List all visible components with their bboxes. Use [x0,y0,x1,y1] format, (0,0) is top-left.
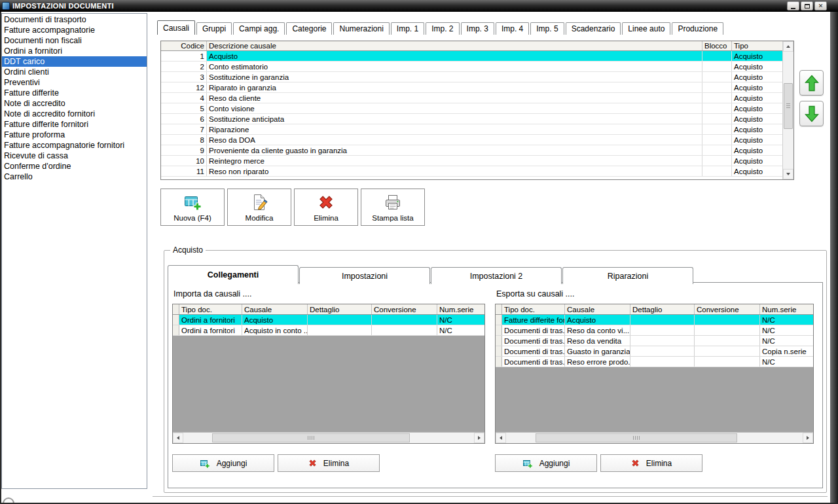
table-row[interactable]: 4Reso da clienteAcquisto [161,93,782,103]
table-row[interactable]: 8Reso da DOAAcquisto [161,135,782,145]
sidebar-item-fatture-differite[interactable]: Fatture differite [2,88,147,98]
sidebar-item-documenti-di-trasporto[interactable]: Documenti di trasporto [2,14,147,25]
scroll-thumb[interactable] [784,83,793,129]
cell: Sostituzione anticipata [207,114,702,124]
sidebar-item-note-di-accredito-fornitori[interactable]: Note di accredito fornitori [2,109,147,119]
cell: Reso errore prodo... [565,357,630,367]
sidebar-item-ordini-clienti[interactable]: Ordini clienti [2,67,147,77]
table-row[interactable]: 1AcquistoAcquisto [161,51,782,62]
edit-button[interactable]: Modifica [227,189,291,226]
vertical-scrollbar[interactable] [782,41,793,179]
table-row[interactable]: Ordini a fornitoriAcquisto in conto ...N… [173,325,484,336]
tab-imp-5[interactable]: Imp. 5 [530,22,564,35]
causali-rows: 1AcquistoAcquisto2Conto estimatorioAcqui… [161,51,782,179]
scroll-thumb[interactable] [212,433,410,442]
table-row[interactable]: 9Proveniente da cliente guasto in garanz… [161,145,782,156]
tab-campi-agg[interactable]: Campi agg. [233,22,285,35]
sidebar-item-ordini-a-fornitori[interactable]: Ordini a fornitori [2,46,147,56]
tab-numerazioni[interactable]: Numerazioni [333,22,389,35]
tab-gruppi[interactable]: Gruppi [196,22,232,35]
table-row[interactable]: 12Riparato in garanziaAcquisto [161,82,782,93]
import-add-button[interactable]: Aggiungi [172,454,274,472]
table-row[interactable]: 11Reso non riparatoAcquisto [161,166,782,177]
scroll-up-button[interactable] [783,41,793,52]
delete-button[interactable]: Elimina [294,189,358,226]
sidebar-item-preventivi[interactable]: Preventivi [2,77,147,88]
tab-imp-3[interactable]: Imp. 3 [461,22,494,35]
column-header-tipo: Tipo [732,41,782,50]
cell: N/C [437,325,484,335]
sidebar-item-carrello[interactable]: Carrello [2,171,147,182]
table-row[interactable]: Documenti di tras...Reso da conto vi...N… [496,325,813,336]
sidebar-item-note-di-accredito[interactable]: Note di accredito [2,98,147,109]
cell: N/C [760,325,813,335]
column-header-descrizione-causale: Descrizione causale [207,41,702,50]
sidebar-item-fatture-accompagnatorie[interactable]: Fatture accompagnatorie [2,25,147,35]
new-button[interactable]: Nuova (F4) [160,189,225,226]
table-row[interactable]: Documenti di tras...Guasto in garanziaCo… [496,346,813,357]
tab-linee-auto[interactable]: Linee auto [622,22,670,35]
table-row[interactable]: 7RiparazioneAcquisto [161,124,782,135]
sidebar-item-ddt-carico[interactable]: DDT carico [2,56,147,67]
table-row[interactable]: 2Conto estimatorioAcquisto [161,62,782,72]
sidebar-item-ricevute-di-cassa[interactable]: Ricevute di cassa [2,151,147,161]
tab-scadenzario[interactable]: Scadenzario [566,22,621,35]
scroll-track[interactable] [183,433,474,443]
minimize-button[interactable] [787,1,799,10]
scroll-track[interactable] [506,433,803,443]
sidebar-item-fatture-accompagnatorie-fornitori[interactable]: Fatture accompagnatorie fornitori [2,140,147,151]
detail-tab-impostazioni[interactable]: Impostazioni [299,267,430,284]
cell [695,357,760,367]
move-down-button[interactable] [799,101,824,126]
table-row[interactable]: 5Conto visioneAcquisto [161,103,782,114]
cell: Acquisto [732,103,782,113]
scroll-left-button[interactable] [496,433,506,443]
column-header-num-serie: Num.serie [437,304,484,314]
table-row[interactable]: 3Sostituzione in garanziaAcquisto [161,72,782,82]
tab-categorie[interactable]: Categorie [286,22,332,35]
export-delete-label: Elimina [646,459,672,468]
export-add-button[interactable]: Aggiungi [495,454,597,472]
export-delete-button[interactable]: Elimina [600,454,702,472]
table-row[interactable]: Documenti di tras...Reso da venditaN/C [496,336,813,346]
table-row[interactable]: 10Reintegro merceAcquisto [161,156,782,166]
scroll-right-button[interactable] [474,433,484,443]
row-indicator-header [496,304,502,314]
tab-imp-1[interactable]: Imp. 1 [391,22,424,35]
maximize-button[interactable] [801,1,813,10]
tab-causali[interactable]: Causali [157,20,195,35]
scroll-left-button[interactable] [173,433,183,443]
import-panel: Importa da causali .... Tipo doc.Causale… [172,287,485,488]
table-row[interactable]: Ordini a fornitoriAcquistoN/C [173,315,484,325]
export-hscrollbar[interactable] [496,432,813,443]
close-button[interactable]: ✕ [814,1,827,10]
print-button[interactable]: Stampa lista [361,189,425,226]
table-row[interactable]: Documenti di tras...Reso errore prodo...… [496,357,813,367]
column-header-causale: Causale [242,304,308,314]
cell: Reso non riparato [207,166,702,176]
scroll-right-button[interactable] [803,433,813,443]
delete-button-label: Elimina [314,214,338,222]
tab-produzione[interactable]: Produzione [672,22,723,35]
cell: 1 [161,51,207,61]
sidebar-item-documenti-non-fiscali[interactable]: Documenti non fiscali [2,35,147,46]
arrow-down-icon [805,105,819,122]
detail-tab-riparazioni[interactable]: Riparazioni [562,267,693,284]
tab-imp-2[interactable]: Imp. 2 [426,22,459,35]
sidebar-item-fatture-differite-fornitori[interactable]: Fatture differite fornitori [2,119,147,130]
cell: 8 [161,135,207,145]
tab-imp-4[interactable]: Imp. 4 [496,22,529,35]
import-hscrollbar[interactable] [173,432,484,443]
remove-icon [631,459,640,467]
sidebar-item-fatture-proforma[interactable]: Fatture proforma [2,130,147,140]
scroll-thumb[interactable] [536,433,737,442]
table-row[interactable]: Fatture differite for...AcquistoN/C [496,315,813,325]
scroll-track[interactable] [783,52,793,169]
detail-tab-collegamenti[interactable]: Collegamenti [168,265,299,284]
sidebar-item-conferme-d-ordine[interactable]: Conferme d'ordine [2,161,147,171]
move-up-button[interactable] [799,70,824,96]
table-row[interactable]: 6Sostituzione anticipataAcquisto [161,114,782,124]
scroll-down-button[interactable] [783,169,793,179]
import-delete-button[interactable]: Elimina [278,454,380,472]
detail-tab-impostazioni-2[interactable]: Impostazioni 2 [431,267,562,284]
